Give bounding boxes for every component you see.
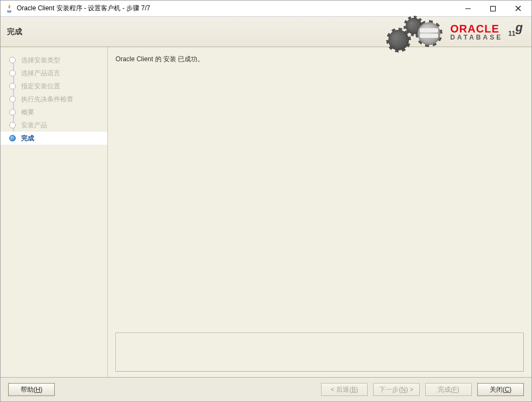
btn-text: 关闭( <box>490 385 505 394</box>
next-button: 下一步(N) > <box>373 383 420 396</box>
btn-suffix: ) > <box>406 386 413 393</box>
banner-graphic: ORACLE DATABASE 11g <box>390 17 531 47</box>
step-label: 执行先决条件检查 <box>21 95 73 104</box>
content-pane: Oracle Client 的 安装 已成功。 <box>108 47 531 377</box>
version-suffix: g <box>516 22 523 34</box>
close-dialog-button[interactable]: 关闭(C) <box>477 383 524 396</box>
bullet-icon <box>9 83 16 89</box>
success-message: Oracle Client 的 安装 已成功。 <box>116 55 524 64</box>
btn-text: 完成( <box>438 385 453 394</box>
step-install-product: 安装产品 <box>1 119 107 132</box>
btn-key: N <box>401 386 406 393</box>
step-label: 指定安装位置 <box>21 82 60 91</box>
bullet-icon <box>9 96 16 102</box>
main-area: 选择安装类型 选择产品语言 指定安装位置 执行先决条件检查 概要 安装产品 完成… <box>1 47 531 378</box>
step-specify-location: 指定安装位置 <box>1 80 107 93</box>
log-box <box>116 333 524 372</box>
minimize-button[interactable] <box>456 1 480 17</box>
java-icon <box>5 4 14 13</box>
titlebar: Oracle Client 安装程序 - 设置客户机 - 步骤 7/7 <box>1 1 531 17</box>
bullet-icon <box>9 135 16 141</box>
step-label: 选择安装类型 <box>21 56 60 65</box>
btn-text: < 后退( <box>331 385 351 394</box>
step-finish: 完成 <box>1 132 107 145</box>
brand-main: ORACLE <box>450 23 499 34</box>
step-label: 选择产品语言 <box>21 69 60 78</box>
step-select-language: 选择产品语言 <box>1 67 107 80</box>
step-prereq-check: 执行先决条件检查 <box>1 93 107 106</box>
page-title: 完成 <box>7 27 22 37</box>
btn-text: 帮助( <box>21 385 36 394</box>
step-select-install-type: 选择安装类型 <box>1 54 107 67</box>
bullet-icon <box>9 57 16 63</box>
close-button[interactable] <box>505 1 530 17</box>
window-title: Oracle Client 安装程序 - 设置客户机 - 步骤 7/7 <box>17 4 456 13</box>
step-label: 完成 <box>21 134 34 143</box>
step-summary: 概要 <box>1 106 107 119</box>
maximize-button[interactable] <box>480 1 505 17</box>
btn-key: F <box>453 386 457 393</box>
version-logo: 11g <box>508 26 523 38</box>
bullet-icon <box>9 122 16 128</box>
btn-suffix: ) <box>356 386 358 393</box>
banner: 完成 ORACLE DATABASE 11g <box>1 17 531 47</box>
bullet-icon <box>9 109 16 115</box>
svg-rect-1 <box>491 6 496 11</box>
help-button[interactable]: 帮助(H) <box>8 383 55 396</box>
gears-icon <box>390 17 445 47</box>
step-list: 选择安装类型 选择产品语言 指定安装位置 执行先决条件检查 概要 安装产品 完成 <box>1 54 107 145</box>
btn-key: B <box>351 386 356 393</box>
btn-suffix: ) <box>40 386 42 393</box>
btn-key: H <box>36 386 41 393</box>
footer: 帮助(H) < 后退(B) 下一步(N) > 完成(F) 关闭(C) <box>1 378 531 401</box>
brand-sub: DATABASE <box>450 34 503 41</box>
back-button: < 后退(B) <box>321 383 368 396</box>
finish-button: 完成(F) <box>425 383 472 396</box>
btn-key: C <box>505 386 510 393</box>
step-label: 安装产品 <box>21 121 47 130</box>
btn-suffix: ) <box>457 386 459 393</box>
oracle-logo: ORACLE DATABASE <box>450 23 503 41</box>
version-main: 11 <box>508 30 515 37</box>
bullet-icon <box>9 70 16 76</box>
btn-text: 下一步( <box>379 385 401 394</box>
btn-suffix: ) <box>509 386 511 393</box>
sidebar: 选择安装类型 选择产品语言 指定安装位置 执行先决条件检查 概要 安装产品 完成 <box>1 47 108 377</box>
step-label: 概要 <box>21 108 34 117</box>
